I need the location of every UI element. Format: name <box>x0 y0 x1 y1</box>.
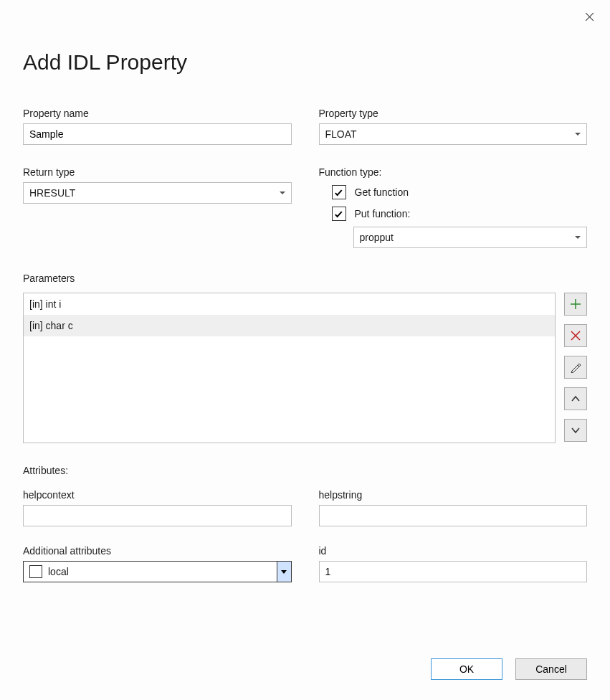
parameters-list[interactable]: [in] int i[in] char c <box>23 293 556 443</box>
put-function-select[interactable]: propput <box>353 227 588 248</box>
cancel-button[interactable]: Cancel <box>515 658 587 680</box>
chevron-up-icon <box>570 393 581 405</box>
label-parameters: Parameters <box>23 273 587 284</box>
x-icon <box>570 330 581 341</box>
chevron-down-icon <box>570 425 581 436</box>
close-icon[interactable] <box>584 11 594 22</box>
check-icon <box>335 209 342 217</box>
helpcontext-input[interactable] <box>23 505 292 526</box>
edit-parameter-button[interactable] <box>564 356 587 379</box>
label-id: id <box>319 545 588 557</box>
label-put-function: Put function: <box>355 208 411 219</box>
put-function-checkbox[interactable] <box>332 207 346 221</box>
property-name-input[interactable] <box>23 123 292 145</box>
page-title: Add IDL Property <box>23 50 587 75</box>
chevron-down-icon <box>281 570 287 574</box>
label-additional-attributes: Additional attributes <box>23 545 292 557</box>
add-parameter-button[interactable] <box>564 293 587 316</box>
property-type-select[interactable]: FLOAT <box>319 123 588 145</box>
label-get-function: Get function <box>355 186 409 198</box>
label-return-type: Return type <box>23 166 292 178</box>
move-up-button[interactable] <box>564 387 587 410</box>
helpstring-input[interactable] <box>319 505 588 526</box>
parameter-item[interactable]: [in] char c <box>24 315 555 336</box>
delete-parameter-button[interactable] <box>564 324 587 347</box>
label-property-name: Property name <box>23 108 292 119</box>
chevron-down-icon <box>575 236 581 239</box>
label-property-type: Property type <box>319 108 588 119</box>
label-attributes: Attributes: <box>23 465 587 476</box>
put-function-value: propput <box>360 232 394 243</box>
check-icon <box>335 188 342 196</box>
chevron-down-icon <box>280 191 285 194</box>
pencil-icon <box>570 361 581 373</box>
id-input[interactable] <box>319 561 588 582</box>
label-helpcontext: helpcontext <box>23 489 292 501</box>
additional-attributes-checkbox[interactable] <box>29 565 42 578</box>
label-function-type: Function type: <box>319 166 588 178</box>
property-type-value: FLOAT <box>325 128 357 140</box>
return-type-value: HRESULT <box>29 187 75 199</box>
get-function-checkbox[interactable] <box>332 185 346 199</box>
additional-attributes-value: local <box>48 566 69 577</box>
parameter-item[interactable]: [in] int i <box>24 293 555 315</box>
additional-attributes-select[interactable]: local <box>23 561 292 582</box>
chevron-down-icon <box>575 133 581 136</box>
move-down-button[interactable] <box>564 419 587 442</box>
return-type-select[interactable]: HRESULT <box>23 182 292 204</box>
plus-icon <box>570 298 581 310</box>
additional-attributes-dropdown-button[interactable] <box>277 562 291 582</box>
ok-button[interactable]: OK <box>431 658 502 680</box>
label-helpstring: helpstring <box>319 489 588 501</box>
